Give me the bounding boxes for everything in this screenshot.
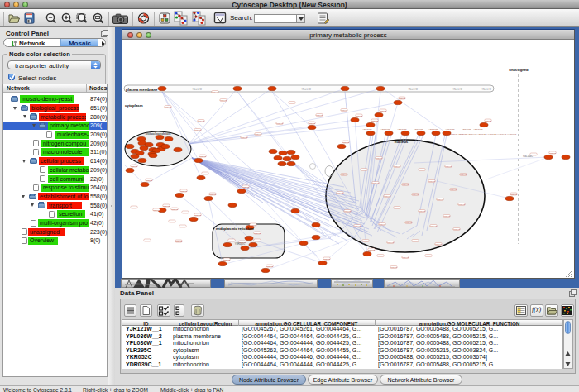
svg-text:YLR44C: YLR44C bbox=[202, 173, 209, 174]
svg-text:YKL217W: YKL217W bbox=[192, 88, 202, 91]
svg-text:YLR44C: YLR44C bbox=[175, 241, 183, 242]
svg-text:YLR44C: YLR44C bbox=[182, 212, 189, 213]
svg-text:YLR44C: YLR44C bbox=[163, 205, 170, 207]
svg-text:YLR44C: YLR44C bbox=[198, 120, 205, 122]
svg-text:YLR44C: YLR44C bbox=[425, 255, 433, 256]
svg-text:YLR44C: YLR44C bbox=[323, 258, 331, 260]
svg-text:YLR44C: YLR44C bbox=[412, 194, 419, 195]
svg-text:YLR44C: YLR44C bbox=[435, 243, 443, 245]
svg-text:YLR44C: YLR44C bbox=[223, 259, 231, 261]
svg-text:YLR44C: YLR44C bbox=[402, 256, 409, 258]
svg-text:YLR44C: YLR44C bbox=[228, 240, 236, 241]
svg-text:YLR44C: YLR44C bbox=[179, 226, 187, 227]
svg-text:YLR44C: YLR44C bbox=[372, 182, 380, 184]
svg-text:YLR44C: YLR44C bbox=[241, 136, 248, 138]
svg-text:YLR44C: YLR44C bbox=[371, 120, 379, 122]
svg-text:YLR44C: YLR44C bbox=[194, 214, 202, 216]
svg-text:YLR44C: YLR44C bbox=[220, 99, 227, 101]
svg-text:YLR44C: YLR44C bbox=[443, 215, 451, 217]
svg-text:plasma membrane: plasma membrane bbox=[126, 88, 158, 92]
svg-text:YDR345C: YDR345C bbox=[380, 128, 390, 131]
svg-text:YLR44C: YLR44C bbox=[510, 194, 518, 195]
svg-text:YLR44C: YLR44C bbox=[419, 210, 426, 212]
svg-text:YLR44C: YLR44C bbox=[356, 115, 363, 117]
svg-text:YLR44C: YLR44C bbox=[131, 165, 138, 167]
svg-text:YLR44C: YLR44C bbox=[146, 179, 153, 181]
svg-text:YLR44C: YLR44C bbox=[180, 190, 188, 192]
svg-text:YLR44C: YLR44C bbox=[458, 203, 466, 205]
svg-text:YDR345C: YDR345C bbox=[397, 128, 406, 131]
svg-text:YKL217W: YKL217W bbox=[408, 88, 418, 91]
svg-text:YLR44C: YLR44C bbox=[337, 192, 344, 194]
svg-text:YLR44C: YLR44C bbox=[309, 122, 316, 124]
svg-text:YDR345C: YDR345C bbox=[462, 128, 471, 131]
svg-text:YLR44C: YLR44C bbox=[342, 141, 350, 143]
svg-text:YKL217W: YKL217W bbox=[301, 88, 311, 91]
svg-text:YLR44C: YLR44C bbox=[165, 106, 172, 108]
svg-text:unassigned: unassigned bbox=[509, 68, 529, 72]
svg-text:YLR44C: YLR44C bbox=[390, 266, 398, 268]
svg-text:YDR345C: YDR345C bbox=[414, 128, 423, 131]
svg-text:YLR44C: YLR44C bbox=[362, 240, 370, 241]
svg-text:YLR44C: YLR44C bbox=[255, 133, 262, 135]
svg-text:YLR44C: YLR44C bbox=[394, 207, 401, 208]
svg-text:YLR44C: YLR44C bbox=[402, 184, 409, 185]
svg-text:YLR44C: YLR44C bbox=[394, 165, 401, 167]
svg-text:YLR44C: YLR44C bbox=[250, 224, 257, 226]
svg-text:YLR44C: YLR44C bbox=[341, 174, 348, 175]
svg-text:YLR44C: YLR44C bbox=[399, 98, 406, 99]
svg-text:YLR44C: YLR44C bbox=[384, 195, 391, 197]
svg-text:YDR345C: YDR345C bbox=[445, 128, 454, 131]
svg-text:YLR44C: YLR44C bbox=[460, 174, 467, 175]
svg-text:YLR44C: YLR44C bbox=[412, 240, 419, 241]
svg-text:YLR44C: YLR44C bbox=[445, 165, 452, 167]
svg-text:YLR44C: YLR44C bbox=[377, 255, 385, 256]
svg-text:YLR44C: YLR44C bbox=[485, 120, 492, 122]
svg-text:YBR241C: YBR241C bbox=[235, 242, 245, 246]
svg-text:YLR44C: YLR44C bbox=[316, 114, 323, 116]
svg-text:YLR44C: YLR44C bbox=[266, 265, 274, 267]
svg-text:YLR44C: YLR44C bbox=[549, 152, 557, 154]
svg-text:nucleus: nucleus bbox=[395, 140, 409, 144]
svg-text:YLR44C: YLR44C bbox=[376, 157, 383, 159]
svg-text:YDR345C: YDR345C bbox=[428, 128, 438, 131]
svg-text:YLR44C: YLR44C bbox=[437, 198, 444, 200]
svg-text:YLR44C: YLR44C bbox=[194, 129, 202, 131]
svg-text:YJL219W YBR298C YDL194W YDR342: YJL219W YBR298C YDL194W YDR342C YHR092C … bbox=[448, 133, 516, 136]
svg-text:YLR44C: YLR44C bbox=[379, 223, 386, 225]
svg-text:YLR44C: YLR44C bbox=[171, 208, 179, 210]
svg-text:YLR44C: YLR44C bbox=[450, 189, 457, 190]
svg-text:endoplasmic reticulum: endoplasmic reticulum bbox=[216, 227, 254, 231]
svg-text:YGL104C: YGL104C bbox=[523, 155, 533, 158]
svg-text:YLR44C: YLR44C bbox=[242, 186, 250, 188]
svg-text:YLR44C: YLR44C bbox=[361, 169, 368, 170]
svg-text:YKL217W: YKL217W bbox=[452, 88, 462, 91]
svg-text:YLR44C: YLR44C bbox=[428, 180, 436, 182]
svg-text:YLR44C: YLR44C bbox=[341, 109, 348, 111]
svg-text:YLR44C: YLR44C bbox=[254, 232, 261, 234]
svg-text:YDR345C: YDR345C bbox=[473, 128, 482, 131]
svg-text:YLR44C: YLR44C bbox=[144, 240, 151, 241]
svg-text:mitochondrion: mitochondrion bbox=[146, 131, 171, 136]
svg-text:cytoplasm: cytoplasm bbox=[125, 103, 143, 108]
svg-text:YKL217W: YKL217W bbox=[481, 88, 491, 91]
svg-text:YLR44C: YLR44C bbox=[453, 228, 461, 230]
svg-text:YDR345C: YDR345C bbox=[362, 128, 371, 131]
svg-text:YLR44C: YLR44C bbox=[430, 225, 438, 227]
svg-text:YLR44C: YLR44C bbox=[199, 155, 207, 157]
svg-text:YLR44C: YLR44C bbox=[153, 209, 160, 211]
svg-text:YLR44C: YLR44C bbox=[368, 249, 376, 251]
svg-text:YLR44C: YLR44C bbox=[276, 122, 284, 124]
svg-text:YLR44C: YLR44C bbox=[380, 110, 387, 112]
svg-text:YLR44C: YLR44C bbox=[169, 221, 176, 222]
svg-text:YLR44C: YLR44C bbox=[289, 102, 296, 103]
svg-text:YLR44C: YLR44C bbox=[344, 210, 352, 212]
svg-text:YLR44C: YLR44C bbox=[419, 169, 426, 170]
svg-text:YLR44C: YLR44C bbox=[254, 240, 261, 241]
svg-text:YLR44C: YLR44C bbox=[212, 91, 219, 93]
svg-text:YLR44C: YLR44C bbox=[387, 241, 395, 243]
svg-text:YLR44C: YLR44C bbox=[405, 222, 413, 223]
svg-text:YLR44C: YLR44C bbox=[354, 225, 361, 227]
svg-text:YLR44C: YLR44C bbox=[131, 207, 138, 208]
svg-text:YLR44C: YLR44C bbox=[209, 194, 217, 195]
